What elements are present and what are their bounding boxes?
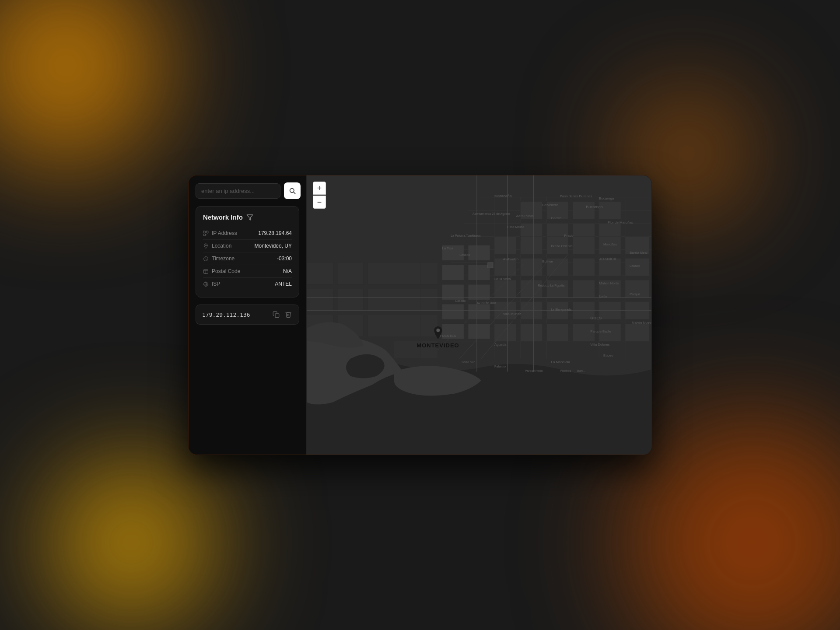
pin-icon bbox=[432, 326, 444, 342]
svg-rect-77 bbox=[442, 304, 464, 319]
svg-text:Casabó: Casabó bbox=[459, 253, 470, 256]
svg-rect-91 bbox=[394, 289, 420, 311]
network-info-title: Network Info bbox=[203, 214, 243, 221]
clock-icon bbox=[203, 256, 209, 262]
svg-text:Av 20 de Julio: Av 20 de Julio bbox=[477, 301, 496, 304]
svg-text:La Mondiola: La Mondiola bbox=[551, 360, 570, 364]
svg-rect-90 bbox=[394, 262, 420, 284]
copy-button[interactable] bbox=[272, 310, 280, 319]
location-value: Montevideo, UY bbox=[255, 243, 292, 249]
ip-address-value: 179.28.194.64 bbox=[258, 230, 292, 236]
search-row bbox=[196, 182, 299, 199]
map-area[interactable]: Bucarngo Flor de Maroñas Barrio Ideal Ca… bbox=[307, 175, 651, 455]
svg-rect-5 bbox=[203, 234, 205, 235]
svg-rect-84 bbox=[307, 289, 333, 311]
location-label: Location bbox=[203, 243, 231, 249]
svg-text:Barro Sur: Barro Sur bbox=[462, 360, 475, 364]
svg-rect-42 bbox=[521, 237, 542, 254]
svg-text:Pocitos: Pocitos bbox=[560, 369, 571, 373]
svg-text:Malvín Nuevo: Malvín Nuevo bbox=[632, 321, 651, 325]
timezone-value: -03:00 bbox=[277, 256, 292, 262]
svg-text:Casabó: Casabó bbox=[630, 264, 640, 267]
svg-text:Villa Dolores: Villa Dolores bbox=[590, 343, 610, 346]
svg-text:Flor de Maroñas: Flor de Maroñas bbox=[608, 220, 633, 224]
svg-rect-10 bbox=[204, 269, 208, 273]
svg-rect-78 bbox=[468, 304, 490, 319]
zoom-controls: + − bbox=[313, 182, 326, 209]
svg-rect-44 bbox=[573, 237, 595, 254]
svg-text:Maroñas: Maroñas bbox=[603, 242, 617, 246]
app-container: Network Info IP Address 179.28.194.64 bbox=[188, 175, 652, 455]
svg-text:La Teja: La Teja bbox=[442, 246, 453, 250]
svg-line-1 bbox=[294, 192, 295, 194]
svg-text:Bucarnga: Bucarnga bbox=[599, 196, 614, 200]
svg-text:Belvedere: Belvedere bbox=[542, 203, 558, 207]
svg-text:Atahualco: Atahualco bbox=[503, 257, 519, 261]
svg-rect-72 bbox=[468, 245, 490, 261]
isp-row: ISP ANTEL bbox=[203, 278, 292, 290]
search-button[interactable] bbox=[284, 182, 301, 199]
svg-text:Barrio Ideal: Barrio Ideal bbox=[630, 251, 648, 255]
svg-rect-89 bbox=[368, 315, 394, 337]
svg-text:Aero Punta: Aero Punta bbox=[516, 214, 534, 218]
svg-text:Villa Muñoz: Villa Muñoz bbox=[503, 312, 521, 316]
ip-address-label: IP Address bbox=[203, 230, 237, 236]
svg-text:Bari...: Bari... bbox=[577, 369, 585, 372]
svg-rect-66 bbox=[521, 324, 542, 341]
svg-text:Parque Batlle: Parque Batlle bbox=[590, 329, 611, 333]
delete-button[interactable] bbox=[284, 310, 293, 319]
zoom-out-button[interactable]: − bbox=[313, 196, 326, 209]
map-svg: Bucarngo Flor de Maroñas Barrio Ideal Ca… bbox=[307, 175, 651, 455]
svg-rect-53 bbox=[494, 280, 516, 298]
svg-rect-81 bbox=[307, 262, 333, 284]
history-ip: 179.29.112.136 bbox=[202, 312, 250, 318]
svg-rect-80 bbox=[468, 324, 490, 339]
svg-text:Casabó: Casabó bbox=[455, 299, 466, 302]
svg-rect-54 bbox=[521, 280, 542, 298]
svg-text:Parqui...: Parqui... bbox=[630, 292, 643, 296]
map-pin: MONTEVIDEO bbox=[416, 326, 459, 349]
svg-rect-73 bbox=[442, 265, 464, 280]
svg-text:Buceo: Buceo bbox=[603, 354, 613, 357]
svg-text:Bella Vista: Bella Vista bbox=[494, 277, 511, 281]
svg-text:GOES: GOES bbox=[590, 316, 602, 320]
network-card-header: Network Info bbox=[203, 214, 292, 221]
postal-icon bbox=[203, 269, 209, 274]
svg-text:Unión: Unión bbox=[599, 295, 607, 298]
ip-address-row: IP Address 179.28.194.64 bbox=[203, 227, 292, 240]
svg-rect-70 bbox=[625, 324, 649, 341]
svg-rect-65 bbox=[494, 324, 516, 341]
isp-label: ISP bbox=[203, 281, 220, 287]
zoom-in-button[interactable]: + bbox=[313, 182, 326, 195]
svg-text:La Paloma Tomkinson: La Paloma Tomkinson bbox=[451, 234, 481, 237]
svg-text:Paso de las Duranas: Paso de las Duranas bbox=[560, 194, 592, 198]
svg-text:Bolívar: Bolívar bbox=[542, 259, 553, 263]
svg-rect-48 bbox=[521, 258, 542, 276]
svg-rect-50 bbox=[573, 258, 595, 276]
timezone-label: Timezone bbox=[203, 256, 234, 262]
location-icon bbox=[203, 243, 209, 249]
svg-rect-83 bbox=[368, 262, 394, 284]
svg-text:Poso Molino: Poso Molino bbox=[508, 225, 524, 228]
svg-rect-86 bbox=[368, 289, 394, 311]
svg-marker-2 bbox=[247, 215, 252, 220]
svg-rect-41 bbox=[494, 237, 516, 254]
search-input[interactable] bbox=[196, 183, 280, 199]
svg-text:Palermo: Palermo bbox=[494, 365, 506, 368]
svg-rect-55 bbox=[547, 280, 569, 298]
filter-icon bbox=[246, 214, 253, 221]
svg-text:Bucarngo: Bucarngo bbox=[586, 205, 602, 209]
svg-text:La Blanqueada: La Blanqueada bbox=[551, 308, 571, 312]
svg-rect-149 bbox=[488, 262, 493, 268]
history-item: 179.29.112.136 bbox=[196, 304, 299, 325]
svg-rect-85 bbox=[337, 289, 364, 311]
svg-rect-82 bbox=[337, 262, 364, 284]
copy-icon bbox=[273, 311, 280, 318]
bg-blob-bottomleft bbox=[44, 455, 219, 630]
svg-text:Cerrito: Cerrito bbox=[551, 216, 561, 220]
timezone-row: Timezone -03:00 bbox=[203, 252, 292, 265]
svg-text:Maracaña: Maracaña bbox=[494, 194, 512, 198]
svg-text:JOANIC0: JOANIC0 bbox=[599, 257, 616, 261]
history-actions bbox=[272, 310, 293, 319]
location-row: Location Montevideo, UY bbox=[203, 240, 292, 252]
